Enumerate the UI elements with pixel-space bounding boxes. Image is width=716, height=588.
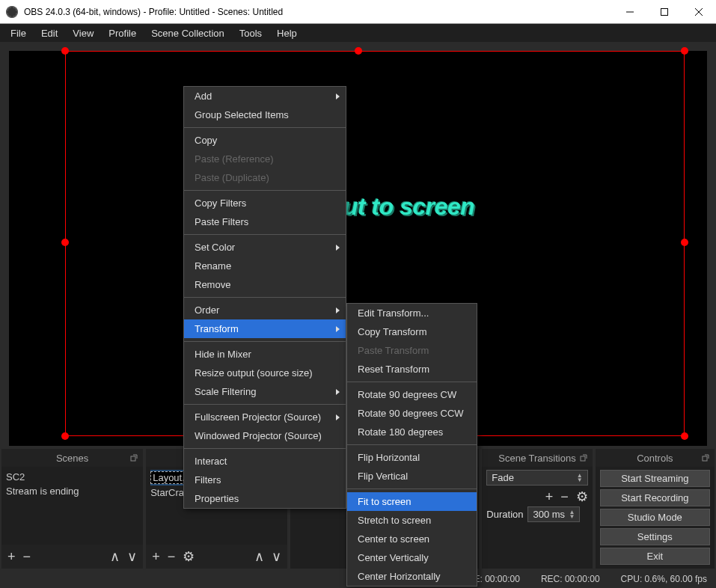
duration-label: Duration bbox=[486, 509, 523, 520]
menu-item-paste-duplicate: Paste (Duplicate) bbox=[184, 168, 346, 187]
menu-item-properties[interactable]: Properties bbox=[184, 489, 346, 508]
add-source-button[interactable]: + bbox=[152, 550, 160, 563]
menu-item-transform[interactable]: Transform bbox=[184, 319, 346, 338]
menu-item-paste-reference: Paste (Reference) bbox=[184, 150, 346, 168]
menu-item-filters[interactable]: Filters bbox=[184, 471, 346, 489]
settings-button[interactable]: Settings bbox=[600, 528, 710, 545]
remove-scene-button[interactable]: − bbox=[23, 550, 31, 563]
menu-item-edit-transform[interactable]: Edit Transform... bbox=[347, 304, 477, 322]
popout-icon[interactable] bbox=[579, 453, 588, 462]
resize-handle-icon[interactable] bbox=[681, 47, 688, 55]
menu-edit[interactable]: Edit bbox=[34, 28, 65, 39]
menu-item-group-selected-items[interactable]: Group Selected Items bbox=[184, 105, 346, 124]
add-scene-button[interactable]: + bbox=[7, 550, 16, 563]
menu-separator bbox=[184, 190, 346, 191]
transition-select[interactable]: Fade▲▼ bbox=[486, 470, 587, 486]
menu-help[interactable]: Help bbox=[269, 28, 305, 39]
menu-separator bbox=[184, 448, 346, 449]
transition-properties-button[interactable]: ⚙ bbox=[576, 490, 588, 503]
scenes-panel: Scenes SC2Stream is ending + − ∧ ∨ bbox=[1, 449, 143, 569]
start-streaming-button[interactable]: Start Streaming bbox=[600, 470, 710, 487]
menu-item-set-color[interactable]: Set Color bbox=[184, 238, 346, 257]
menu-scene-collection[interactable]: Scene Collection bbox=[144, 28, 232, 39]
menu-item-paste-filters[interactable]: Paste Filters bbox=[184, 212, 346, 231]
menu-separator bbox=[347, 382, 477, 382]
move-source-down-button[interactable]: ∨ bbox=[272, 550, 281, 563]
controls-panel: Controls Start StreamingStart RecordingS… bbox=[596, 449, 715, 569]
menu-item-hide-in-mixer[interactable]: Hide in Mixer bbox=[184, 345, 346, 364]
menu-file[interactable]: File bbox=[3, 28, 34, 39]
exit-button[interactable]: Exit bbox=[600, 548, 710, 565]
menu-item-add[interactable]: Add bbox=[184, 87, 346, 105]
transform-submenu: Edit Transform...Copy TransformPaste Tra… bbox=[346, 303, 477, 587]
move-scene-down-button[interactable]: ∨ bbox=[127, 550, 137, 563]
menu-item-resize-output-source-size[interactable]: Resize output (source size) bbox=[184, 364, 346, 382]
remove-source-button[interactable]: − bbox=[168, 550, 176, 563]
studio-mode-button[interactable]: Studio Mode bbox=[600, 509, 710, 526]
menu-item-center-to-screen[interactable]: Center to screen bbox=[347, 530, 477, 548]
resize-handle-icon[interactable] bbox=[681, 239, 688, 246]
menu-item-center-horizontally[interactable]: Center Horizontally bbox=[347, 567, 477, 586]
status-rec: REC: 00:00:00 bbox=[541, 574, 600, 584]
svg-rect-1 bbox=[131, 456, 135, 461]
svg-rect-5 bbox=[703, 456, 707, 461]
resize-handle-icon[interactable] bbox=[61, 47, 69, 55]
submenu-arrow-icon bbox=[336, 326, 340, 332]
close-button[interactable] bbox=[682, 0, 716, 24]
menu-separator bbox=[184, 341, 346, 342]
submenu-arrow-icon bbox=[336, 307, 340, 313]
submenu-arrow-icon bbox=[336, 245, 340, 251]
menu-tools[interactable]: Tools bbox=[232, 28, 269, 39]
duration-spinner[interactable]: 300 ms▲▼ bbox=[527, 506, 580, 522]
menu-item-reset-transform[interactable]: Reset Transform bbox=[347, 360, 477, 379]
menu-item-flip-vertical[interactable]: Flip Vertical bbox=[347, 467, 477, 486]
scene-item[interactable]: SC2 bbox=[6, 470, 138, 484]
panel-title: Scene Transitions bbox=[498, 453, 575, 464]
panel-title: Scenes bbox=[56, 453, 88, 464]
move-source-up-button[interactable]: ∧ bbox=[254, 550, 264, 563]
source-properties-button[interactable]: ⚙ bbox=[183, 550, 195, 563]
menu-item-scale-filtering[interactable]: Scale Filtering bbox=[184, 382, 346, 401]
menu-item-fullscreen-projector-source[interactable]: Fullscreen Projector (Source) bbox=[184, 408, 346, 426]
menu-item-paste-transform: Paste Transform bbox=[347, 341, 477, 360]
add-transition-button[interactable]: + bbox=[545, 490, 554, 503]
menu-item-flip-horizontal[interactable]: Flip Horizontal bbox=[347, 448, 477, 467]
submenu-arrow-icon bbox=[336, 414, 340, 420]
menu-item-order[interactable]: Order bbox=[184, 301, 346, 319]
svg-rect-0 bbox=[661, 8, 668, 15]
scene-item[interactable]: Stream is ending bbox=[6, 484, 138, 498]
menu-item-rename[interactable]: Rename bbox=[184, 257, 346, 275]
menu-item-fit-to-screen[interactable]: Fit to screen bbox=[347, 492, 477, 511]
menu-item-remove[interactable]: Remove bbox=[184, 275, 346, 294]
resize-handle-icon[interactable] bbox=[355, 47, 362, 55]
menu-separator bbox=[184, 127, 346, 128]
panel-title: Controls bbox=[637, 453, 673, 464]
menu-item-rotate-90-degrees-ccw[interactable]: Rotate 90 degrees CCW bbox=[347, 404, 477, 423]
remove-transition-button[interactable]: − bbox=[560, 490, 569, 503]
menu-view[interactable]: View bbox=[65, 28, 101, 39]
menu-item-copy[interactable]: Copy bbox=[184, 131, 346, 150]
submenu-arrow-icon bbox=[336, 94, 340, 99]
move-scene-up-button[interactable]: ∧ bbox=[110, 550, 120, 563]
menu-item-copy-filters[interactable]: Copy Filters bbox=[184, 194, 346, 212]
resize-handle-icon[interactable] bbox=[681, 432, 688, 440]
popout-icon[interactable] bbox=[129, 453, 138, 462]
popout-icon[interactable] bbox=[701, 453, 710, 462]
menu-item-interact[interactable]: Interact bbox=[184, 452, 346, 471]
menu-separator bbox=[184, 297, 346, 298]
title-bar: OBS 24.0.3 (64-bit, windows) - Profile: … bbox=[0, 0, 716, 24]
start-recording-button[interactable]: Start Recording bbox=[600, 489, 710, 506]
menu-item-copy-transform[interactable]: Copy Transform bbox=[347, 322, 477, 341]
menu-item-rotate-90-degrees-cw[interactable]: Rotate 90 degrees CW bbox=[347, 385, 477, 404]
menu-item-windowed-projector-source[interactable]: Windowed Projector (Source) bbox=[184, 426, 346, 445]
svg-rect-4 bbox=[581, 456, 585, 461]
minimize-button[interactable] bbox=[613, 0, 647, 24]
menu-item-rotate-180-degrees[interactable]: Rotate 180 degrees bbox=[347, 423, 477, 441]
source-context-menu: AddGroup Selected ItemsCopyPaste (Refere… bbox=[183, 86, 346, 509]
resize-handle-icon[interactable] bbox=[61, 239, 69, 246]
menu-profile[interactable]: Profile bbox=[101, 28, 144, 39]
resize-handle-icon[interactable] bbox=[61, 432, 69, 440]
maximize-button[interactable] bbox=[647, 0, 682, 24]
menu-item-stretch-to-screen[interactable]: Stretch to screen bbox=[347, 511, 477, 530]
menu-item-center-vertically[interactable]: Center Vertically bbox=[347, 548, 477, 567]
